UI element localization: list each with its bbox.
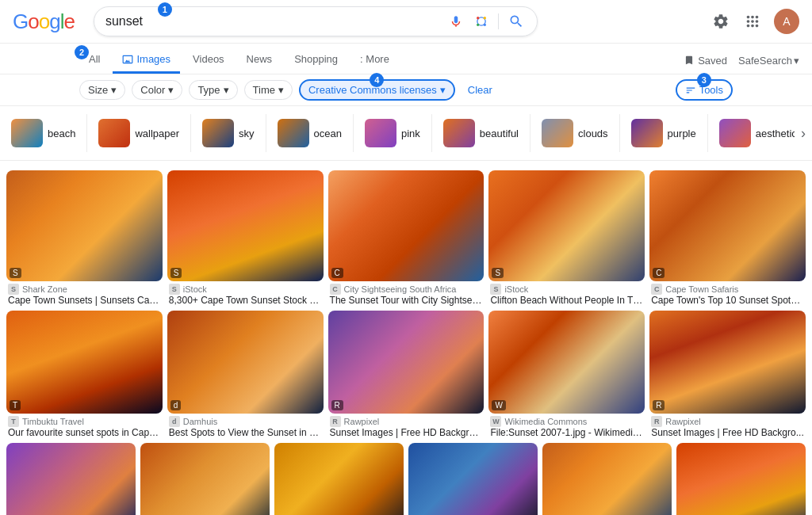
tab-news[interactable]: News (237, 47, 282, 74)
chip-clouds[interactable]: clouds (530, 114, 620, 152)
image-box (140, 443, 270, 515)
image-box (408, 443, 538, 515)
image-card-row3-0[interactable] (6, 443, 136, 515)
chip-label-pink: pink (401, 128, 420, 139)
tab-images[interactable]: Images (113, 47, 180, 74)
source-icon: d (169, 416, 180, 427)
chip-thumb-beautiful (443, 119, 475, 147)
clear-button[interactable]: Clear (462, 81, 499, 99)
search-input[interactable] (105, 14, 441, 29)
image-source: R Rawpixel (328, 416, 485, 427)
svg-point-2 (477, 17, 479, 19)
image-source: C Cape Town Safaris (649, 284, 806, 295)
header: Google 1 (0, 0, 812, 44)
chips-container: beach wallpaper sky ocean pink beautiful… (0, 114, 795, 152)
chip-label-beautiful: beautiful (480, 128, 519, 139)
source-name: Wikimedia Commons (504, 417, 587, 426)
image-title: Sunset Images | Free HD Backgrounds ... (328, 427, 485, 438)
image-card-row2-2[interactable]: R R Rawpixel Sunset Images | Free HD Bac… (328, 311, 485, 438)
image-card-row3-4[interactable] (542, 443, 672, 515)
image-box: S (167, 170, 324, 281)
source-icon: S (490, 284, 501, 295)
source-icon: R (330, 416, 341, 427)
image-card-row3-5[interactable] (676, 443, 806, 515)
svg-point-4 (477, 24, 479, 26)
svg-rect-0 (474, 14, 488, 29)
image-box (542, 443, 672, 515)
image-card-row2-1[interactable]: d d Damhuis Best Spots to View the Sunse… (167, 311, 324, 438)
image-overlay-label: W (492, 400, 505, 410)
tab-all[interactable]: 2 All (79, 47, 109, 74)
source-icon: T (8, 416, 19, 427)
mic-button[interactable] (447, 13, 465, 30)
source-name: Rawpixel (344, 417, 380, 426)
image-card-row2-0[interactable]: T T Timbuktu Travel Our favourite sunset… (6, 311, 163, 438)
chip-pink[interactable]: pink (354, 114, 432, 152)
image-title: The Sunset Tour with City Sightseeing ..… (328, 295, 485, 306)
svg-point-3 (484, 17, 486, 19)
image-card-row2-4[interactable]: R R Rawpixel Sunset Images | Free HD Bac… (649, 311, 806, 438)
source-name: Rawpixel (665, 417, 701, 426)
image-card-row1-1[interactable]: S S iStock 8,300+ Cape Town Sunset Stock… (167, 170, 324, 306)
tab-shopping[interactable]: Shopping (285, 47, 347, 74)
image-card-row2-3[interactable]: W W Wikimedia Commons File:Sunset 2007-1… (488, 311, 645, 438)
chip-thumb-wallpaper (98, 119, 130, 147)
chip-wallpaper[interactable]: wallpaper (87, 114, 191, 152)
saved-button[interactable]: Saved (684, 55, 727, 67)
chip-label-ocean: ocean (314, 128, 342, 139)
tools-icon (685, 85, 696, 96)
image-card-row1-2[interactable]: C C City Sightseeing South Africa The Su… (328, 170, 485, 306)
chip-aesthetic[interactable]: aesthetic (708, 114, 795, 152)
image-overlay-label: d (170, 400, 182, 410)
search-button[interactable] (507, 12, 526, 31)
image-title: Sunset Images | Free HD Backgro... (649, 427, 806, 438)
image-box: R (649, 311, 806, 414)
image-title: Clifton Beach Without People In The ... (488, 295, 645, 306)
image-title: 8,300+ Cape Town Sunset Stock Photo... (167, 295, 324, 306)
image-card-row3-3[interactable] (408, 443, 538, 515)
chip-beautiful[interactable]: beautiful (432, 114, 530, 152)
apps-button[interactable] (742, 11, 763, 32)
image-overlay-label: T (10, 400, 21, 410)
image-card-row3-2[interactable] (274, 443, 404, 515)
image-box: T (6, 311, 163, 414)
image-row-row2: T T Timbuktu Travel Our favourite sunset… (6, 311, 806, 438)
chip-sky[interactable]: sky (191, 114, 266, 152)
image-row-row1: S S Shark Zone Cape Town Sunsets | Sunse… (6, 170, 806, 306)
chip-label-aesthetic: aesthetic (756, 128, 795, 139)
chips-next-arrow[interactable]: › (795, 125, 812, 142)
image-overlay-label: S (170, 268, 182, 278)
safe-search[interactable]: SafeSearch ▾ (738, 55, 799, 67)
chip-thumb-sky (202, 119, 234, 147)
image-box: S (6, 170, 163, 281)
tab-more[interactable]: : More (350, 47, 399, 74)
image-card-row1-0[interactable]: S S Shark Zone Cape Town Sunsets | Sunse… (6, 170, 163, 306)
image-source: d Damhuis (167, 416, 324, 427)
image-card-row1-3[interactable]: S S iStock Clifton Beach Without People … (488, 170, 645, 306)
chip-thumb-pink (365, 119, 396, 147)
search-icons (447, 12, 526, 31)
image-box: S (488, 170, 645, 281)
gear-icon (712, 13, 730, 30)
size-filter[interactable]: Size ▾ (79, 80, 125, 100)
tab-videos[interactable]: Videos (183, 47, 234, 74)
color-filter[interactable]: Color ▾ (132, 80, 182, 100)
avatar[interactable]: A (774, 9, 799, 34)
chips-row: beach wallpaper sky ocean pink beautiful… (0, 106, 812, 161)
chip-ocean[interactable]: ocean (266, 114, 354, 152)
image-overlay-label: S (492, 268, 504, 278)
chip-purple[interactable]: purple (620, 114, 708, 152)
settings-button[interactable] (710, 11, 731, 32)
chip-beach[interactable]: beach (0, 114, 87, 152)
type-filter[interactable]: Type ▾ (189, 80, 237, 100)
badge-4: 4 (370, 73, 384, 87)
image-card-row3-1[interactable] (140, 443, 270, 515)
time-filter[interactable]: Time ▾ (244, 80, 293, 100)
nav-tabs: 2 All Images Videos News Shopping : More… (0, 44, 812, 74)
search-bar: 1 (94, 6, 538, 36)
source-icon: W (490, 416, 501, 427)
bookmark-icon (684, 55, 695, 66)
lens-button[interactable] (473, 13, 490, 30)
header-right: A (710, 9, 799, 34)
image-card-row1-4[interactable]: C C Cape Town Safaris Cape Town's Top 10… (649, 170, 806, 306)
